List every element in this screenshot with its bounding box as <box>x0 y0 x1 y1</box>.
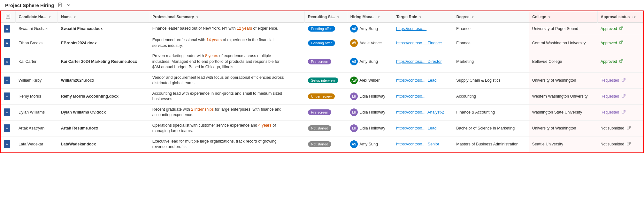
sort-icon-summary: ▾ <box>196 15 198 19</box>
file-name[interactable]: Dylan Williams CV.docx <box>61 110 106 114</box>
th-target[interactable]: Target Role ▾ <box>393 11 453 23</box>
hiring-manager-name: Amy Sung <box>359 59 378 64</box>
approval-external-link-btn[interactable] <box>621 110 626 115</box>
recruiting-status-cell: Pending offer <box>305 23 347 35</box>
hiring-manager-cell: ASAmy Sung <box>347 23 393 35</box>
th-summary[interactable]: Professional Summary ▾ <box>149 11 305 23</box>
recruiting-status-badge: Pending offer <box>308 26 335 32</box>
header-icons <box>57 2 72 8</box>
candidate-name-cell: Kai Carter <box>15 51 58 73</box>
file-type-icon-cell: W <box>1 72 15 88</box>
th-hiring[interactable]: Hiring Mana... ▾ <box>347 11 393 23</box>
avatar: AS <box>350 58 358 65</box>
candidate-name-cell: William Kirby <box>15 72 58 88</box>
recruiting-status-badge: Pre-screen <box>308 109 332 115</box>
svg-rect-15 <box>622 95 624 97</box>
file-name[interactable]: Swaathi Finance.docx <box>61 26 103 31</box>
approval-external-link-btn[interactable] <box>626 142 631 147</box>
summary-cell: Operations specialist with customer serv… <box>149 120 305 136</box>
file-type-icon-cell: W <box>1 136 15 152</box>
target-role-link[interactable]: https://contoso.... Analyst-2 <box>396 110 444 114</box>
candidate-name: Lata Wadekar <box>19 142 43 146</box>
file-name[interactable]: Remy Morris Accounting.docx <box>61 94 119 99</box>
approval-external-link-btn[interactable] <box>619 26 624 31</box>
chevron-down-icon <box>67 3 71 7</box>
th-degree[interactable]: Degree ▾ <box>453 11 529 23</box>
th-candidate-name[interactable]: Candidate Na... ▾ <box>15 11 58 23</box>
file-name-cell: Artak Resume.docx <box>58 120 149 136</box>
candidate-name-cell: Dylan Williams <box>15 104 58 120</box>
recruiting-status-cell: Pre-screen <box>305 104 347 120</box>
book-icon <box>58 3 63 8</box>
file-name-cell: Dylan Williams CV.docx <box>58 104 149 120</box>
file-type-icon-cell: W <box>1 88 15 104</box>
approval-external-link-btn[interactable] <box>619 41 624 45</box>
hiring-manager-cell: LHLidia Holloway <box>347 104 393 120</box>
candidate-name-cell: Ethan Brooks <box>15 35 58 51</box>
svg-rect-21 <box>627 143 629 145</box>
app-container: Project Sphere Hiring <box>0 0 644 153</box>
target-role-cell: https://contoso.... Lead <box>393 120 453 136</box>
hiring-manager-name: Lidia Holloway <box>359 94 385 99</box>
target-role-link[interactable]: https://contoso.... Finance <box>396 41 442 45</box>
external-link-icon <box>619 26 623 30</box>
candidate-name-cell: Lata Wadekar <box>15 136 58 152</box>
app-title: Project Sphere Hiring <box>5 3 54 8</box>
candidate-name: Swaathi Gochaki <box>19 26 49 31</box>
th-recruiting[interactable]: Recruiting St... ▾ <box>305 11 347 23</box>
summary-cell: Recent graduate with 2 internships for l… <box>149 104 305 120</box>
table-row: WArtak AsatryanArtak Resume.docxOperatio… <box>1 120 643 136</box>
recruiting-status-cell: Not started <box>305 136 347 152</box>
candidate-name-cell: Artak Asatryan <box>15 120 58 136</box>
degree-cell: Masters of Business Administration <box>453 136 529 152</box>
target-role-link[interactable]: https://contoso.... <box>396 26 426 31</box>
sort-icon-name: ▾ <box>74 15 75 19</box>
target-role-link[interactable]: https://contoso.... Senior <box>396 142 439 146</box>
th-approval[interactable]: Approval status ↓▾ <box>597 11 643 23</box>
approval-external-link-btn[interactable] <box>621 94 626 99</box>
target-role-link[interactable]: https://contoso.... Director <box>396 59 441 64</box>
file-name[interactable]: LataWadekar.docx <box>61 142 96 146</box>
file-name[interactable]: Kai Carter 2024 Marketing Resume.docx <box>61 59 137 64</box>
word-icon: W <box>4 58 10 65</box>
college-cell: Bellevue College <box>529 51 597 73</box>
recruiting-status-badge: Setup interview <box>308 77 338 83</box>
target-role-link[interactable]: https://contoso.... <box>396 94 426 99</box>
approval-external-link-btn[interactable] <box>619 59 624 64</box>
book-icon-btn[interactable] <box>57 2 64 8</box>
word-icon: W <box>4 39 10 47</box>
sort-icon-degree: ▾ <box>472 15 473 19</box>
approval-external-link-btn[interactable] <box>626 126 631 131</box>
summary-cell: Finance leader based out of New York, NY… <box>149 23 305 35</box>
summary-text: Accounting lead with experience in non-p… <box>152 91 287 102</box>
college-cell: Western Washington University <box>529 88 597 104</box>
candidate-name: Kai Carter <box>19 59 36 64</box>
file-name[interactable]: Artak Resume.docx <box>61 126 98 130</box>
file-name[interactable]: EBrooks2024.docx <box>61 41 97 45</box>
approval-status-text: Approved <box>601 59 617 64</box>
approval-status-text: Approved <box>601 41 617 45</box>
table-row: WSwaathi GochakiSwaathi Finance.docxFina… <box>1 23 643 35</box>
degree-cell: Finance <box>453 35 529 51</box>
recruiting-status-cell: Not started <box>305 120 347 136</box>
hiring-manager-name: Lidia Holloway <box>359 110 385 114</box>
file-header-icon <box>6 14 10 19</box>
avatar: LH <box>350 124 358 132</box>
target-role-link[interactable]: https://contoso.... Lead <box>396 78 436 83</box>
target-role-link[interactable]: https://contoso.... Lead <box>396 126 436 130</box>
th-name[interactable]: Name ▾ <box>58 11 149 23</box>
avatar: AS <box>350 140 358 148</box>
recruiting-status-badge: Not started <box>308 125 332 131</box>
file-name[interactable]: William2024.docx <box>61 78 94 83</box>
table-header-row: Candidate Na... ▾ Name ▾ Professional Su… <box>1 11 643 23</box>
svg-rect-11 <box>620 60 622 63</box>
external-link-icon <box>619 41 623 44</box>
file-type-icon-cell: W <box>1 120 15 136</box>
hiring-manager-cell: ASAmy Sung <box>347 136 393 152</box>
th-college[interactable]: College ▾ <box>529 11 597 23</box>
recruiting-status-badge: Pending offer <box>308 40 335 46</box>
chevron-down-btn[interactable] <box>65 3 72 8</box>
approval-status-cell: Approved <box>597 35 643 51</box>
approval-external-link-btn[interactable] <box>621 78 626 83</box>
avatar: LH <box>350 92 358 100</box>
